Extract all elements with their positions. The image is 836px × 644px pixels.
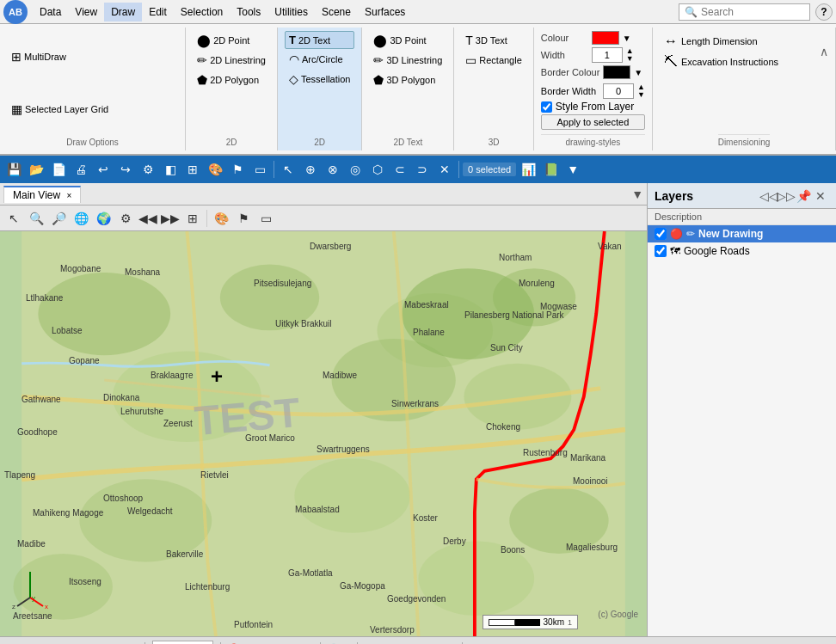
menu-view[interactable]: View	[68, 3, 104, 21]
tessellation-button[interactable]: ◇ Tessellation	[285, 70, 354, 89]
length-dimension-button[interactable]: ↔ Length Dimension	[660, 31, 820, 52]
layers-pin-btn[interactable]: 📌	[795, 187, 812, 205]
tb2-more[interactable]: ▼	[562, 159, 583, 180]
place-name: Moruleng	[519, 279, 555, 288]
tb2-select5[interactable]: ⬡	[367, 159, 388, 180]
tb2-undo-btn[interactable]: ↩	[93, 159, 114, 180]
3d-point-button[interactable]: ⬤ 3D Point	[369, 31, 446, 50]
rectangle-button[interactable]: ▭ Rectangle	[461, 51, 526, 70]
menu-edit[interactable]: Edit	[142, 3, 174, 21]
arc-circle-button[interactable]: ◠ Arc/Circle	[285, 50, 354, 69]
border-colour-picker[interactable]	[603, 65, 630, 79]
place-name: Areetsane	[13, 611, 52, 621]
mt-zoomout-btn[interactable]: 🔎	[48, 208, 69, 229]
selected-layer-grid-button[interactable]: ▦ Selected Layer Grid	[7, 83, 178, 134]
menu-utilities[interactable]: Utilities	[267, 3, 315, 21]
ribbon-content: ⊞ MultiDraw ▦ Selected Layer Grid Draw O…	[0, 24, 836, 154]
layers-forward-btn[interactable]: ▷▷	[778, 187, 795, 205]
menu-selection[interactable]: Selection	[174, 3, 230, 21]
2d-text-button[interactable]: T 2D Text	[285, 31, 354, 49]
scale-white	[489, 619, 515, 626]
3d-polygon-button[interactable]: ⬟ 3D Polygon	[369, 71, 446, 89]
place-name: Ga-Motlatla	[288, 568, 333, 578]
colour-dropdown-icon[interactable]: ▼	[623, 34, 631, 43]
tb2-polysel[interactable]: ⊃	[412, 159, 433, 180]
3d-text-button[interactable]: T 3D Text	[461, 31, 526, 50]
border-colour-dropdown-icon[interactable]: ▼	[634, 68, 642, 77]
collapse-button[interactable]: ∧	[820, 45, 828, 58]
ribbon-group-draw-options: ⊞ MultiDraw ▦ Selected Layer Grid Draw O…	[0, 28, 186, 150]
2d-polygon-button[interactable]: ⬟ 2D Polygon	[193, 71, 270, 89]
draw-options-group-label: Draw Options	[66, 134, 119, 147]
tb2-redo-btn[interactable]: ↪	[115, 159, 136, 180]
tb2-palette-btn[interactable]: 🎨	[205, 159, 225, 180]
tb2-rect-btn[interactable]: ▭	[249, 159, 270, 180]
layer-row-google-roads[interactable]: 🗺 Google Roads	[648, 242, 836, 260]
tb2-print-btn[interactable]: 🖨	[71, 159, 91, 180]
tb2-lasso[interactable]: ⊂	[390, 159, 410, 180]
place-name: Derby	[443, 537, 466, 546]
mt-rect2-btn[interactable]: ▭	[255, 208, 276, 229]
tb2-save-btn[interactable]: 💾	[3, 159, 24, 180]
main-view-close[interactable]: ×	[66, 191, 71, 200]
tb2-eye-btn[interactable]: ◧	[160, 159, 181, 180]
border-width-input[interactable]	[603, 83, 634, 99]
apply-button[interactable]: Apply to selected	[541, 114, 645, 130]
main-view-label: Main View	[13, 189, 60, 201]
map-view[interactable]: DwarsbergNorthamVakanMogobaneMoshanaPits…	[0, 231, 647, 636]
layers-close-btn[interactable]: ✕	[812, 187, 829, 205]
tb2-delete[interactable]: ✕	[434, 159, 455, 180]
tb2-export2[interactable]: 📗	[540, 159, 561, 180]
tb2-select3[interactable]: ⊗	[323, 159, 343, 180]
place-name: Mogobane	[60, 264, 101, 273]
mt-prev-btn[interactable]: ◀◀	[138, 208, 158, 229]
view-dropdown[interactable]: ▼	[631, 187, 643, 201]
mt-globe2-btn[interactable]: 🌍	[93, 208, 114, 229]
menu-surfaces[interactable]: Surfaces	[358, 3, 412, 21]
mt-flag-btn[interactable]: ⚑	[233, 208, 254, 229]
tb2-open-btn[interactable]: 📂	[26, 159, 46, 180]
mt-extent-btn[interactable]: ⊞	[182, 208, 203, 229]
2d-text-icon: T	[289, 34, 296, 46]
search-input[interactable]	[701, 6, 804, 18]
tb2-new-btn[interactable]: 📄	[48, 159, 69, 180]
tb2-settings-btn[interactable]: ⚙	[138, 159, 158, 180]
mt-zoomin-btn[interactable]: 🔍	[26, 208, 46, 229]
coord-select[interactable]: 1 335 630	[152, 641, 213, 645]
width-input[interactable]	[592, 47, 623, 63]
2d-linestring-button[interactable]: ✏ 2D Linestring	[193, 51, 270, 70]
border-width-spin[interactable]: ▲▼	[637, 83, 645, 99]
layer-check-google-roads[interactable]	[655, 245, 667, 257]
menu-tools[interactable]: Tools	[230, 3, 267, 21]
layer-check-new-drawing[interactable]	[655, 228, 667, 240]
tb2-select1[interactable]: ↖	[278, 159, 298, 180]
tb2-select2[interactable]: ⊕	[300, 159, 321, 180]
main-layout: Main View × ▼ ↖ 🔍 🔎 🌐 🌍 ⚙ ◀◀ ▶▶ ⊞ 🎨 ⚑ ▭	[0, 183, 836, 636]
main-view-tab[interactable]: Main View ×	[3, 186, 81, 203]
tb2-export1[interactable]: 📊	[518, 159, 538, 180]
app-logo[interactable]: AB	[3, 0, 28, 24]
multidraw-button[interactable]: ⊞ MultiDraw	[7, 31, 178, 82]
menu-draw[interactable]: Draw	[104, 3, 142, 21]
width-spin-up[interactable]: ▲▼	[626, 47, 634, 63]
layer-icon-new-drawing: 🔴	[670, 228, 683, 240]
layer-row-new-drawing[interactable]: 🔴 ✏ New Drawing	[648, 225, 836, 242]
excavation-instructions-button[interactable]: ⛏ Excavation Instructions	[660, 52, 820, 72]
help-button[interactable]: ?	[815, 3, 833, 21]
mt-next-btn[interactable]: ▶▶	[160, 208, 181, 229]
mt-settings-btn[interactable]: ⚙	[115, 208, 136, 229]
style-from-layer-checkbox[interactable]	[541, 101, 552, 113]
tb2-select4[interactable]: ◎	[345, 159, 366, 180]
mt-arrow-btn[interactable]: ↖	[3, 208, 24, 229]
tb2-grid-btn[interactable]: ⊞	[182, 159, 203, 180]
menu-data[interactable]: Data	[33, 3, 68, 21]
layers-list: 🔴 ✏ New Drawing 🗺 Google Roads	[648, 225, 836, 260]
tb2-flag-btn[interactable]: ⚑	[227, 159, 248, 180]
layers-back-btn[interactable]: ◁◁	[760, 187, 778, 205]
colour-picker[interactable]	[592, 31, 619, 45]
mt-globe1-btn[interactable]: 🌐	[71, 208, 91, 229]
3d-linestring-button[interactable]: ✏ 3D Linestring	[369, 51, 446, 70]
2d-point-button[interactable]: ⬤ 2D Point	[193, 31, 270, 50]
menu-scene[interactable]: Scene	[315, 3, 358, 21]
mt-paint-btn[interactable]: 🎨	[211, 208, 231, 229]
